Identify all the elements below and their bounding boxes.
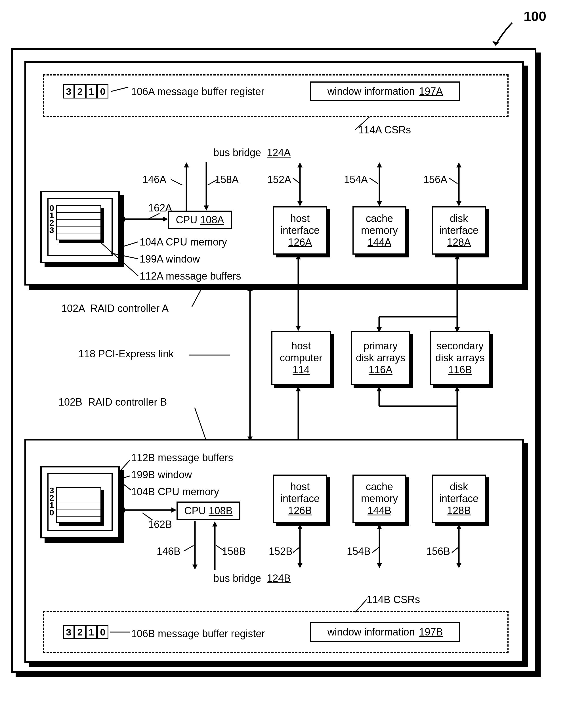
diagram-container: bus bridge 124A 114A CSRs 3 2 1 0 106A m… <box>11 48 536 673</box>
svg-marker-31 <box>247 286 253 291</box>
host-interface-b: host interface 126B <box>273 475 327 523</box>
controller-b: 112B message buffers 199B window 104B CP… <box>24 439 524 663</box>
label-162a: 162A <box>148 202 172 214</box>
svg-line-27 <box>449 178 457 184</box>
pointer-158a <box>208 177 219 185</box>
msg-buffers-b-inner <box>56 487 101 523</box>
figure-ref-arrow <box>490 17 518 51</box>
svg-marker-17 <box>297 162 303 167</box>
disk-interface-a: disk interface 128A <box>432 206 486 255</box>
svg-line-79 <box>355 599 367 612</box>
svg-marker-21 <box>377 162 382 167</box>
svg-line-15 <box>208 179 218 185</box>
svg-marker-37 <box>296 386 301 391</box>
window-info-a: window information 197A <box>310 81 460 101</box>
svg-marker-72 <box>377 524 382 529</box>
pointer-158b <box>216 546 226 554</box>
svg-marker-0 <box>492 41 499 45</box>
svg-marker-76 <box>456 524 461 529</box>
svg-marker-77 <box>456 563 461 568</box>
msg-buffers-a-pointer <box>100 242 140 279</box>
svg-marker-59 <box>171 507 177 513</box>
controller-b-label: 102B RAID controller B <box>58 396 167 408</box>
csrs-a-pointer <box>355 117 372 131</box>
svg-marker-25 <box>456 162 461 167</box>
svg-marker-35 <box>296 326 301 331</box>
pointer-146a <box>171 177 185 185</box>
window-b-label: 199B window <box>131 469 192 481</box>
cpu-a: CPU 108A <box>168 211 232 229</box>
pointer-162b <box>142 513 154 521</box>
svg-line-66 <box>216 546 225 551</box>
pointer-152b <box>293 547 301 555</box>
msg-buf-reg-b: 3 2 1 0 <box>63 625 108 639</box>
svg-line-2 <box>111 87 128 91</box>
controller-a-pointer <box>192 286 206 308</box>
svg-line-28 <box>192 286 203 307</box>
csrs-b-label: 114B CSRs <box>367 594 420 606</box>
pointer-152a <box>293 177 301 185</box>
msg-buf-reg-a-pointer <box>111 86 131 97</box>
label-146b: 146B <box>157 546 180 557</box>
svg-line-23 <box>369 178 378 184</box>
svg-line-19 <box>293 178 300 184</box>
msg-buf-reg-b-label: 106B message buffer register <box>131 628 265 640</box>
pci-link-pointer <box>189 351 232 359</box>
svg-line-74 <box>372 547 379 553</box>
msg-buf-reg-a: 3 2 1 0 <box>63 84 108 98</box>
cpu-b: CPU 108B <box>177 502 240 520</box>
label-152b: 152B <box>269 546 293 557</box>
arrow-158a <box>202 162 211 211</box>
svg-line-14 <box>171 179 182 185</box>
label-152a: 152A <box>267 174 291 186</box>
msg-buffers-b-label: 112B message buffers <box>131 452 233 464</box>
arrow-152b <box>296 524 304 568</box>
cache-memory-a: cache memory 144A <box>352 206 406 255</box>
svg-line-65 <box>184 546 194 551</box>
mem-nums-b: 3 2 1 0 <box>49 487 54 516</box>
label-154b: 154B <box>347 546 371 557</box>
msg-buf-reg-a-label: 106A message buffer register <box>131 86 264 98</box>
arrow-154b <box>375 524 384 568</box>
pci-link-label: 118 PCI-Express link <box>78 348 174 360</box>
cache-memory-b: cache memory 144B <box>352 475 406 523</box>
pointer-156a <box>449 177 459 185</box>
svg-marker-11 <box>184 162 189 167</box>
msg-buffers-a-label: 112A message buffers <box>140 270 241 282</box>
label-156a: 156A <box>423 174 447 186</box>
svg-marker-64 <box>212 521 217 526</box>
svg-marker-34 <box>296 254 301 259</box>
label-156b: 156B <box>426 546 450 557</box>
label-154a: 154A <box>344 174 368 186</box>
svg-line-78 <box>452 547 459 553</box>
arrow-156b <box>455 524 463 568</box>
window-a-label: 199A window <box>140 253 200 265</box>
window-info-b: window information 197B <box>310 622 460 642</box>
svg-marker-73 <box>377 563 382 568</box>
host-interface-a: host interface 126A <box>273 206 327 255</box>
arrow-146a <box>182 162 191 211</box>
svg-marker-68 <box>297 524 303 529</box>
svg-marker-49 <box>455 386 460 391</box>
svg-marker-58 <box>120 507 125 513</box>
mem-nums-a: 0 1 2 3 <box>49 204 54 234</box>
controller-b-pointer <box>195 408 209 442</box>
host-computer: host computer 114 <box>271 331 331 385</box>
label-146a: 146A <box>142 174 166 186</box>
svg-line-70 <box>293 547 300 553</box>
pointer-154a <box>369 177 379 185</box>
csrs-b-pointer <box>355 599 372 614</box>
host-a-link <box>294 254 303 331</box>
primary-disk-arrays: primary disk arrays 116A <box>351 331 410 385</box>
svg-marker-8 <box>163 217 168 222</box>
controller-a-label: 102A RAID controller A <box>61 303 169 314</box>
controller-a: bus bridge 124A 114A CSRs 3 2 1 0 106A m… <box>24 61 524 286</box>
bus-bridge-b-label: bus bridge 124B <box>213 572 291 584</box>
figure-ref-label: 100 <box>524 9 546 24</box>
svg-marker-22 <box>377 201 382 206</box>
bus-bridge-a-label: bus bridge 124A <box>213 147 291 159</box>
svg-line-53 <box>195 408 206 440</box>
disk-a-cross-link <box>342 254 484 334</box>
svg-line-1 <box>355 117 369 130</box>
svg-line-9 <box>148 213 159 219</box>
